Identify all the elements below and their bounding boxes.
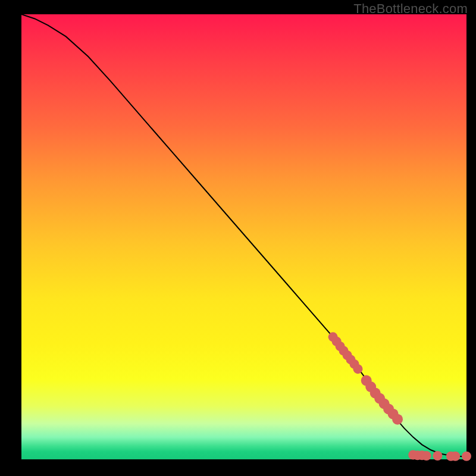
data-point	[422, 451, 431, 461]
curve-line	[21, 14, 466, 457]
data-point	[433, 451, 442, 461]
data-point	[462, 452, 471, 461]
data-point	[392, 414, 403, 425]
plot-area	[21, 14, 466, 459]
data-point	[450, 452, 460, 461]
chart-svg	[21, 14, 466, 459]
data-markers	[328, 332, 471, 461]
data-point	[353, 364, 362, 374]
chart-stage: TheBottleneck.com	[0, 0, 476, 476]
